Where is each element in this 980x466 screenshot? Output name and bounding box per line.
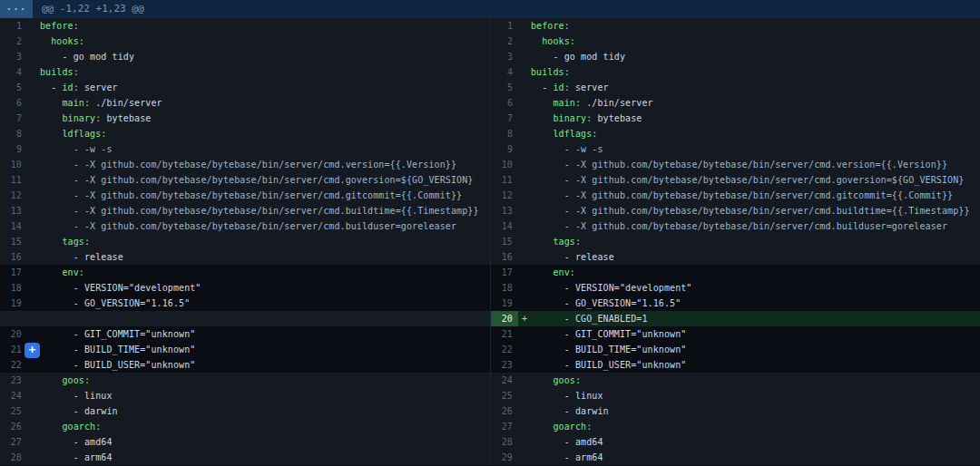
line-number[interactable]: 11 [0, 172, 27, 188]
line-number[interactable]: 10 [0, 157, 27, 172]
line-number[interactable]: 24 [491, 373, 518, 388]
diff-marker [518, 388, 531, 403]
code-token: - VERSION="development" [531, 283, 692, 293]
line-number[interactable]: 20 [0, 326, 27, 342]
diff-row: 21 - GIT_COMMIT="unknown" [491, 326, 980, 342]
line-number[interactable]: 13 [491, 203, 518, 218]
line-number[interactable]: 28 [491, 434, 518, 450]
line-number[interactable]: 3 [0, 49, 27, 64]
line-number[interactable]: 20 [491, 311, 518, 326]
line-number[interactable]: 21 [0, 342, 27, 357]
line-number[interactable]: 26 [491, 403, 518, 419]
line-number[interactable]: 22 [0, 357, 27, 373]
line-number[interactable]: 9 [491, 141, 518, 157]
code-token: - GO_VERSION="1.16.5" [40, 298, 190, 308]
line-number[interactable]: 1 [0, 18, 27, 34]
diff-row: 4builds: [0, 64, 490, 80]
line-number[interactable]: 19 [0, 296, 27, 311]
diff-row: 9 - -w -s [491, 141, 980, 157]
code-line: - -X github.com/bytebase/bytebase/bin/se… [531, 203, 970, 218]
line-number[interactable]: 27 [0, 434, 27, 450]
code-token: hooks: [40, 36, 84, 46]
line-number[interactable]: 27 [491, 419, 518, 434]
diff-row: 20+ - CGO_ENABLED=1 [491, 311, 980, 326]
line-number[interactable]: 15 [491, 234, 518, 249]
line-number[interactable]: 10 [491, 157, 518, 172]
diff-marker [518, 95, 531, 111]
line-number[interactable]: 1 [491, 18, 518, 34]
line-number[interactable]: 2 [491, 34, 518, 49]
line-number[interactable]: 18 [491, 280, 518, 296]
line-number[interactable]: 2 [0, 34, 27, 49]
diff-row: 6 main: ./bin/server [491, 95, 980, 111]
line-number[interactable]: 4 [491, 64, 518, 80]
line-number[interactable]: 8 [0, 126, 27, 141]
code-token: binary: [553, 113, 592, 123]
line-number[interactable]: 9 [0, 141, 27, 157]
diff-marker [518, 373, 531, 388]
line-number[interactable]: 17 [491, 265, 518, 280]
diff-marker [27, 49, 40, 64]
line-number[interactable]: 26 [0, 419, 27, 434]
line-number[interactable]: 29 [491, 450, 518, 465]
line-number[interactable]: 14 [491, 218, 518, 234]
line-number[interactable]: 5 [491, 80, 518, 95]
line-number[interactable]: 16 [491, 249, 518, 265]
code-line: - BUILD_USER="unknown" [40, 357, 195, 373]
diff-row: 15 tags: [0, 234, 490, 249]
line-number[interactable]: 23 [491, 357, 518, 373]
add-comment-button[interactable]: + [24, 343, 40, 358]
diff-row: 1before: [491, 18, 980, 34]
line-number[interactable]: 15 [0, 234, 27, 249]
line-number[interactable]: 12 [491, 188, 518, 203]
line-number[interactable]: 22 [491, 342, 518, 357]
line-number[interactable]: 8 [491, 126, 518, 141]
line-number[interactable]: 7 [491, 111, 518, 126]
diff-marker [518, 49, 531, 64]
line-number[interactable]: 11 [491, 172, 518, 188]
expand-diff-button[interactable]: ··· [0, 0, 33, 18]
line-number[interactable]: 25 [491, 388, 518, 403]
diff-row: 11 - -X github.com/bytebase/bytebase/bin… [0, 172, 490, 188]
line-number[interactable]: 5 [0, 80, 27, 95]
diff-row: 17 env: [491, 265, 980, 280]
line-number[interactable]: 18 [0, 280, 27, 296]
code-token: env: [40, 267, 84, 277]
code-line: main: ./bin/server [531, 95, 653, 111]
code-token [531, 98, 553, 108]
code-token: - GO_VERSION="1.16.5" [531, 298, 681, 308]
line-number[interactable]: 16 [0, 249, 27, 265]
code-token: - -X github.com/bytebase/bytebase/bin/se… [531, 221, 947, 231]
line-number[interactable]: 21 [491, 326, 518, 342]
code-line: - linux [531, 388, 603, 403]
line-number[interactable]: 3 [491, 49, 518, 64]
line-number[interactable]: 19 [491, 296, 518, 311]
line-number[interactable]: 6 [0, 95, 27, 111]
line-number[interactable]: 17 [0, 265, 27, 280]
diff-row: 7 binary: bytebase [0, 111, 490, 126]
code-token: - -X github.com/bytebase/bytebase/bin/se… [40, 175, 473, 185]
line-number[interactable]: 6 [491, 95, 518, 111]
diff-marker [27, 434, 40, 450]
line-number[interactable]: 24 [0, 388, 27, 403]
code-line: - -X github.com/bytebase/bytebase/bin/se… [531, 188, 953, 203]
code-line: - darwin [531, 403, 609, 419]
line-number[interactable]: 23 [0, 373, 27, 388]
line-number[interactable]: 12 [0, 188, 27, 203]
line-number[interactable]: 25 [0, 403, 27, 419]
line-number[interactable]: 4 [0, 64, 27, 80]
diff-row: 3 - go mod tidy [0, 49, 490, 64]
line-number[interactable]: 13 [0, 203, 27, 218]
code-token: - GIT_COMMIT="unknown" [40, 329, 195, 339]
diff-marker [27, 111, 40, 126]
code-token: id: [553, 83, 569, 92]
code-token: - darwin [531, 406, 609, 416]
diff-row: 8 ldflags: [491, 126, 980, 141]
diff-marker [27, 311, 40, 326]
code-token: - arm64 [40, 452, 113, 462]
diff-row: 13 - -X github.com/bytebase/bytebase/bin… [491, 203, 980, 218]
line-number[interactable]: 14 [0, 218, 27, 234]
line-number[interactable]: 28 [0, 450, 27, 465]
diff-marker [27, 64, 40, 80]
line-number[interactable]: 7 [0, 111, 27, 126]
